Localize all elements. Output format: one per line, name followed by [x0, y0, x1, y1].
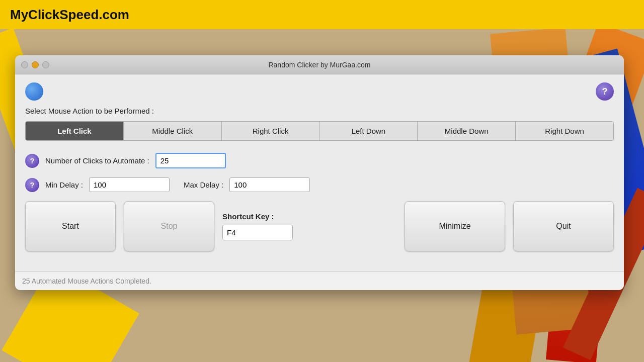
shortcut-input[interactable]	[223, 225, 293, 240]
top-bar: MyClickSpeed.com	[0, 0, 644, 29]
clicks-help-icon[interactable]: ?	[25, 154, 39, 168]
max-delay-input[interactable]	[229, 177, 310, 192]
window-content: ? Select Mouse Action to be Performed : …	[15, 74, 624, 272]
close-button[interactable]	[21, 61, 28, 68]
max-delay-label: Max Delay :	[184, 180, 223, 189]
tab-middle-click[interactable]: Middle Click	[124, 122, 222, 140]
shortcut-select-wrapper: ▲ ▼	[222, 225, 293, 240]
section-label: Select Mouse Action to be Performed :	[25, 107, 614, 115]
status-bar: 25 Automated Mouse Actions Completed.	[15, 272, 624, 290]
start-button[interactable]: Start	[25, 201, 116, 251]
stop-button[interactable]: Stop	[124, 201, 214, 251]
action-tabs: Left Click Middle Click Right Click Left…	[25, 121, 614, 141]
help-button[interactable]: ?	[596, 82, 614, 101]
quit-button[interactable]: Quit	[513, 201, 614, 251]
site-title: MyClickSpeed.com	[10, 7, 129, 23]
tab-left-down[interactable]: Left Down	[319, 122, 418, 140]
main-window: Random Clicker by MurGaa.com ? Select Mo…	[15, 55, 624, 290]
min-delay-label: Min Delay :	[45, 180, 83, 189]
traffic-lights	[21, 61, 49, 68]
tab-right-click[interactable]: Right Click	[222, 122, 320, 140]
status-message: 25 Automated Mouse Actions Completed.	[22, 277, 151, 285]
buttons-row: Start Stop Shortcut Key : ▲ ▼ Minimize Q…	[25, 201, 614, 251]
clicks-input[interactable]	[155, 153, 226, 168]
title-bar: Random Clicker by MurGaa.com	[15, 55, 624, 74]
tab-right-down[interactable]: Right Down	[516, 122, 613, 140]
shortcut-label: Shortcut Key :	[222, 212, 274, 221]
window-title: Random Clicker by MurGaa.com	[268, 61, 370, 69]
minimize-button[interactable]: Minimize	[405, 201, 505, 251]
tab-left-click[interactable]: Left Click	[26, 122, 124, 140]
tab-middle-down[interactable]: Middle Down	[418, 122, 516, 140]
window-maximize-button[interactable]	[42, 61, 49, 68]
clicks-label: Number of Clicks to Automate :	[45, 156, 149, 165]
top-row: ?	[25, 82, 614, 101]
clicks-row: ? Number of Clicks to Automate :	[25, 153, 614, 168]
window-minimize-button[interactable]	[32, 61, 39, 68]
status-indicator	[25, 82, 43, 101]
min-delay-input[interactable]	[89, 177, 170, 192]
shortcut-block: Shortcut Key : ▲ ▼	[222, 212, 293, 240]
delay-row: ? Min Delay : Max Delay :	[25, 177, 614, 192]
delay-help-icon[interactable]: ?	[25, 178, 39, 192]
